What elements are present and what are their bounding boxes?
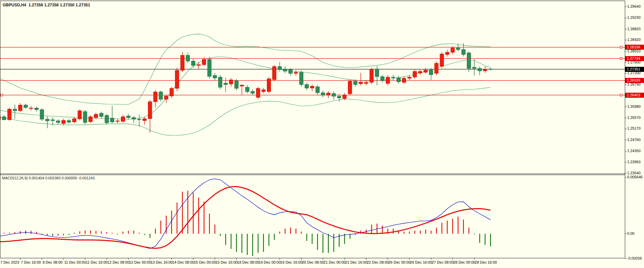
price-axis-label: 1.28420	[627, 38, 641, 42]
macd-axis-label: 0.00	[627, 231, 634, 235]
price-axis-label: 1.24760	[627, 138, 641, 142]
time-axis-label: 28 Dec 00:00	[453, 260, 475, 264]
time-axis-label: 8 Dec 08:00	[43, 260, 63, 264]
price-axis-label: 1.25980	[627, 104, 641, 108]
time-axis-label: 15 Dec 16:00	[215, 260, 237, 264]
price-axis-label: 1.25170	[627, 126, 641, 130]
time-axis-label: 15 Dec 00:00	[194, 260, 216, 264]
time-axis-label: 14 Dec 08:00	[172, 260, 194, 264]
time-axis-label: 21 Dec 00:00	[324, 260, 346, 264]
time-axis-label: 7 Dec 16:00	[21, 260, 41, 264]
time-axis-label: 26 Dec 00:00	[389, 260, 410, 264]
time-axis-label: 28 Dec 16:00	[475, 260, 497, 264]
time-axis-label: 11 Dec 16:00	[86, 260, 108, 264]
time-axis-label: 12 Dec 08:00	[108, 260, 129, 264]
price-axis-label: 1.24350	[627, 149, 641, 153]
price-pane[interactable]	[0, 1, 625, 174]
macd-axis-label: 0.005646	[627, 175, 643, 179]
macd-axis-label: -0.00259	[627, 256, 642, 260]
price-level-badge[interactable]: 1.27744	[625, 56, 644, 61]
time-axis-label: 13 Dec 00:00	[129, 260, 151, 264]
trading-chart-window: GBPUSD,H4 1.27356 1.27356 1.27350 1.2735…	[0, 0, 644, 268]
price-level-badge[interactable]: 1.26939	[625, 78, 644, 83]
macd-indicator-label: MACD(12,26,9) 0.001404 0.002360 0.000000…	[2, 176, 95, 180]
time-axis-label: 19 Dec 00:00	[259, 260, 281, 264]
time-axis-label: 7 Dec 2023	[0, 260, 19, 264]
time-axis-label: 27 Dec 08:00	[432, 260, 453, 264]
symbol-title: GBPUSD,H4 1.27356 1.27356 1.27350 1.2735…	[3, 3, 90, 7]
bid-price-badge: 1.27351	[625, 67, 644, 72]
time-axis-label: 21 Dec 16:00	[345, 260, 367, 264]
price-axis-label: 1.23950	[627, 160, 641, 164]
time-axis-label: 11 Dec 00:00	[64, 260, 86, 264]
price-axis-label: 1.29230	[627, 15, 641, 19]
price-axis-label: 1.28820	[627, 27, 641, 31]
time-axis-label: 22 Dec 08:00	[367, 260, 389, 264]
price-level-badge[interactable]: 1.28156	[625, 45, 644, 50]
price-axis-label: 1.25570	[627, 116, 641, 120]
price-axis-label: 1.23540	[627, 171, 641, 175]
price-level-badge[interactable]: 1.26403	[625, 93, 644, 98]
time-axis-label: 26 Dec 16:00	[410, 260, 432, 264]
time-axis-label: 20 Dec 08:00	[302, 260, 324, 264]
macd-pane[interactable]	[0, 175, 625, 258]
time-axis-label: 19 Dec 16:00	[280, 260, 302, 264]
time-axis-label: 18 Dec 08:00	[237, 260, 259, 264]
time-axis-label: 13 Dec 16:00	[151, 260, 172, 264]
price-axis-label: 1.29640	[627, 4, 641, 8]
